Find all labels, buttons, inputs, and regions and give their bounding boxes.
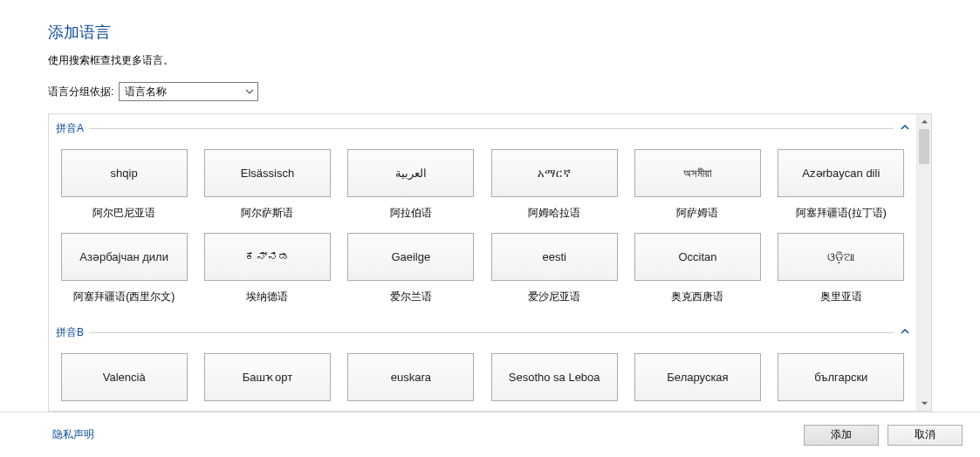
language-item: অসমীয়া阿萨姆语 (633, 149, 762, 221)
language-item: Gaeilge爱尔兰语 (346, 233, 476, 304)
language-tile[interactable]: Occitan (634, 233, 761, 281)
language-label: 阿塞拜疆语(西里尔文) (73, 290, 175, 304)
scroll-down-arrow-icon[interactable] (917, 396, 931, 411)
language-item: euskara (346, 353, 476, 410)
language-label: 奥里亚语 (820, 290, 862, 304)
language-label: 阿尔巴尼亚语 (93, 206, 155, 221)
language-item: Sesotho sa Leboa (490, 353, 619, 410)
language-tile[interactable]: አማርኛ (491, 149, 618, 197)
language-tiles: ValenciàБашҡортeuskaraSesotho sa LeboaБе… (54, 339, 911, 411)
scrollbar-thumb[interactable] (919, 129, 929, 164)
language-tile[interactable]: eesti (491, 233, 618, 281)
language-group: 拼音BValenciàБашҡортeuskaraSesotho sa Lebo… (54, 325, 911, 411)
language-item: Беларуская (633, 353, 762, 410)
privacy-link[interactable]: 隐私声明 (52, 427, 94, 442)
language-label: 奥克西唐语 (671, 290, 723, 304)
group-by-row: 语言分组依据: 语言名称 (48, 82, 932, 101)
dialog-content: 添加语言 使用搜索框查找更多语言。 语言分组依据: 语言名称 拼音Ashqip阿… (0, 0, 980, 412)
language-label: 阿萨姆语 (676, 206, 718, 221)
language-tile[interactable]: Gaeilge (347, 233, 474, 281)
language-tile[interactable]: Elsässisch (204, 149, 331, 197)
language-group: 拼音Ashqip阿尔巴尼亚语Elsässisch阿尔萨斯语العربية阿拉伯语… (54, 121, 911, 318)
group-name: 拼音A (54, 121, 87, 136)
language-item: Азәрбајчан дили阿塞拜疆语(西里尔文) (59, 233, 188, 304)
language-label: 阿拉伯语 (390, 206, 432, 221)
language-tile[interactable]: ಕನ್ನಡ (204, 233, 331, 281)
scroll-up-arrow-icon[interactable] (917, 114, 931, 129)
language-label: 阿姆哈拉语 (528, 206, 580, 221)
group-divider (89, 332, 894, 333)
language-tile[interactable]: ଓଡ଼ିଆ (778, 233, 904, 281)
language-list-scroll[interactable]: 拼音Ashqip阿尔巴尼亚语Elsässisch阿尔萨斯语العربية阿拉伯语… (49, 114, 916, 411)
language-tile[interactable]: Беларуская (634, 353, 761, 401)
language-label: 爱尔兰语 (390, 290, 432, 304)
language-item: Башҡорт (202, 353, 332, 410)
group-header: 拼音A (54, 121, 911, 135)
cancel-button[interactable]: 取消 (887, 425, 963, 446)
dialog-subtitle: 使用搜索框查找更多语言。 (48, 53, 932, 68)
language-item: Azərbaycan dili阿塞拜疆语(拉丁语) (777, 149, 906, 221)
group-name: 拼音B (54, 325, 87, 340)
language-item: አማርኛ阿姆哈拉语 (490, 149, 619, 221)
language-item: български (777, 353, 906, 410)
language-tile[interactable]: български (778, 353, 904, 401)
language-item: eesti爱沙尼亚语 (490, 233, 619, 304)
language-item: Valencià (59, 353, 188, 410)
collapse-icon[interactable] (899, 121, 911, 133)
language-item: shqip阿尔巴尼亚语 (59, 149, 188, 221)
language-item: ಕನ್ನಡ埃纳德语 (202, 233, 332, 304)
language-item: ଓଡ଼ିଆ奥里亚语 (777, 233, 906, 304)
language-tile[interactable]: Башҡорт (204, 353, 331, 401)
language-tile[interactable]: Азәрбајчан дили (61, 233, 188, 281)
dialog-title: 添加语言 (48, 22, 932, 43)
group-header: 拼音B (54, 325, 911, 339)
language-tiles: shqip阿尔巴尼亚语Elsässisch阿尔萨斯语العربية阿拉伯语አማር… (54, 135, 911, 318)
language-label: 爱沙尼亚语 (528, 290, 580, 304)
chevron-down-icon (245, 87, 254, 96)
language-label: 埃纳德语 (246, 290, 288, 304)
group-divider (89, 128, 894, 129)
language-tile[interactable]: العربية (347, 149, 474, 197)
add-language-dialog: 添加语言 使用搜索框查找更多语言。 语言分组依据: 语言名称 拼音Ashqip阿… (0, 0, 980, 457)
language-tile[interactable]: shqip (61, 149, 188, 197)
vertical-scrollbar[interactable] (916, 114, 931, 411)
language-tile[interactable]: Azərbaycan dili (778, 149, 904, 197)
collapse-icon[interactable] (899, 325, 911, 338)
language-item: Occitan奥克西唐语 (633, 233, 762, 304)
language-label: 阿塞拜疆语(拉丁语) (796, 206, 887, 221)
group-by-value: 语言名称 (125, 85, 167, 99)
language-tile[interactable]: Sesotho sa Leboa (491, 353, 618, 401)
language-tile[interactable]: অসমীয়া (634, 149, 761, 197)
scrollbar-track[interactable] (917, 129, 931, 396)
language-list-area: 拼音Ashqip阿尔巴尼亚语Elsässisch阿尔萨斯语العربية阿拉伯语… (48, 113, 932, 412)
group-by-label: 语言分组依据: (48, 85, 113, 99)
language-item: العربية阿拉伯语 (346, 149, 476, 221)
group-by-select[interactable]: 语言名称 (119, 82, 258, 101)
language-tile[interactable]: Valencià (61, 353, 188, 401)
add-button[interactable]: 添加 (804, 425, 879, 446)
language-tile[interactable]: euskara (347, 353, 474, 401)
dialog-footer: 隐私声明 添加 取消 (0, 412, 980, 457)
language-item: Elsässisch阿尔萨斯语 (202, 149, 332, 221)
language-label: 阿尔萨斯语 (241, 206, 293, 221)
